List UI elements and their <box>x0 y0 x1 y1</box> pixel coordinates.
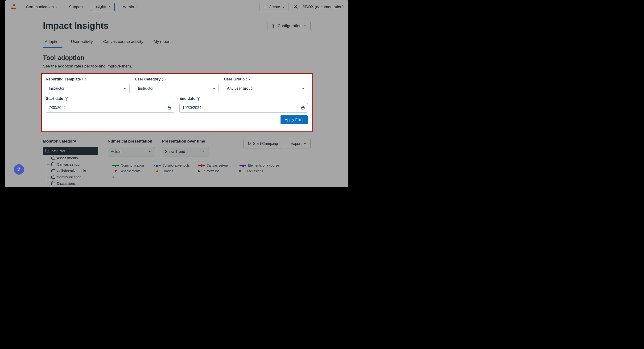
nav-admin-label: Admin <box>122 5 134 10</box>
calendar-icon <box>301 106 305 110</box>
folder-icon <box>52 169 55 172</box>
help-button[interactable]: ? <box>14 164 24 175</box>
legend-line <box>112 165 119 166</box>
tab-my-reports[interactable]: My reports <box>152 40 174 48</box>
info-icon[interactable]: i <box>162 78 166 81</box>
info-icon[interactable]: i <box>64 97 68 101</box>
logo <box>10 4 16 11</box>
tabs: Adoption User activity Canvas course act… <box>43 40 311 48</box>
legend-label: Canvas set-up <box>206 164 228 167</box>
user-category-label: User Category i <box>135 77 219 81</box>
chevron-down-icon <box>304 24 307 28</box>
reporting-template-select[interactable]: Instructor <box>46 84 130 93</box>
legend-label: Discussions <box>246 169 263 173</box>
legend-item[interactable]: ePortfolios <box>196 169 228 173</box>
info-icon[interactable]: i <box>246 78 250 81</box>
gear-icon <box>272 24 276 28</box>
legend-label: Grades <box>162 169 173 173</box>
tree-item[interactable]: Assessments <box>43 155 98 161</box>
nav-support-label: Support <box>69 5 83 10</box>
info-icon[interactable]: i <box>197 97 200 101</box>
tab-user-activity[interactable]: User activity <box>69 40 95 48</box>
nav-admin[interactable]: Admin <box>120 3 141 11</box>
folder-icon <box>52 182 55 185</box>
svg-marker-16 <box>248 143 250 145</box>
legend-line <box>240 165 246 166</box>
nav-insights-label: Insights <box>94 5 108 9</box>
apply-filter-button[interactable]: Apply Filter <box>280 115 308 124</box>
user-button[interactable] <box>293 4 298 10</box>
tree-item-label: Collaborative tools <box>57 169 86 173</box>
info-icon[interactable]: i <box>82 78 86 81</box>
org-label: SBOX (documentation) <box>302 5 344 10</box>
legend-line <box>198 165 204 166</box>
nav-insights[interactable]: Insights <box>91 3 115 11</box>
legend-item[interactable]: Canvas set-up <box>198 164 231 167</box>
legend-line <box>196 171 202 171</box>
tree-item-label: Assessments <box>57 156 78 160</box>
legend-marker <box>198 170 200 172</box>
start-date-input[interactable]: 7/30/2024 <box>46 103 174 113</box>
folder-icon <box>45 150 49 152</box>
legend-marker <box>156 165 158 167</box>
tree-item[interactable]: Canvas set-up <box>43 161 98 168</box>
start-date-label: Start date i <box>46 97 174 101</box>
chevron-down-icon <box>55 6 58 9</box>
presentation-over-time-select[interactable]: Show Trend <box>162 147 209 156</box>
top-nav: Communication Support Insights Admin <box>5 0 348 14</box>
user-group-select[interactable]: Any user group <box>224 84 308 93</box>
folder-icon <box>52 157 55 160</box>
svg-rect-12 <box>302 107 304 109</box>
calendar-icon <box>167 106 171 110</box>
start-campaign-button[interactable]: Start Campaign <box>244 139 283 148</box>
chevron-down-icon <box>212 87 216 90</box>
plus-icon <box>263 5 267 9</box>
section-title: Tool adoption <box>43 54 311 62</box>
nav-communication[interactable]: Communication <box>24 3 61 11</box>
presentation-over-time-label: Presentation over time <box>162 139 209 144</box>
legend-marker <box>239 170 241 172</box>
y-axis-tick: 5 <box>112 175 311 178</box>
legend-line <box>237 171 244 171</box>
tree-root-instructor[interactable]: Instructor <box>43 147 98 155</box>
chevron-down-icon <box>304 142 307 145</box>
nav-support[interactable]: Support <box>66 3 85 11</box>
tree-item-label: Discussions <box>57 181 76 185</box>
page-title: Impact Insights <box>43 21 109 31</box>
tree-item[interactable]: Discussions <box>43 180 98 187</box>
legend-marker <box>114 170 117 172</box>
tree-item-label: Communication <box>57 175 81 179</box>
legend-marker <box>156 170 158 172</box>
folder-icon <box>52 176 55 179</box>
user-group-label: User Group i <box>224 77 308 81</box>
end-date-label: End date i <box>180 97 308 101</box>
chevron-down-icon <box>135 6 138 9</box>
tab-adoption[interactable]: Adoption <box>43 40 62 48</box>
chevron-down-icon <box>282 6 285 9</box>
legend-item[interactable]: Elements of a course <box>240 164 279 167</box>
legend-item[interactable]: Grades <box>154 169 187 173</box>
legend-item[interactable]: Communication <box>112 164 146 167</box>
legend-item[interactable]: Discussions <box>237 169 270 173</box>
end-date-input[interactable]: 10/30/2024 <box>180 103 308 113</box>
export-button[interactable]: Export <box>287 139 311 148</box>
tree-item[interactable]: Collaborative tools <box>43 168 98 174</box>
tab-canvas-course-activity[interactable]: Canvas course activity <box>101 40 145 48</box>
create-button[interactable]: Create <box>260 3 289 11</box>
chevron-down-icon <box>148 150 152 153</box>
legend-label: Communication <box>121 164 144 167</box>
filter-panel: Reporting Template i Instructor User Cat… <box>41 73 312 132</box>
user-category-select[interactable]: Instructor <box>135 84 219 93</box>
legend-item[interactable]: Collaborative tools <box>154 164 190 167</box>
section-subtitle: See the adoption rates per tool and impr… <box>43 64 311 69</box>
tree-item-label: Canvas set-up <box>57 162 80 166</box>
legend-item[interactable]: Assessments <box>112 169 146 173</box>
configuration-button[interactable]: Configuration <box>268 21 311 31</box>
svg-rect-5 <box>168 107 171 109</box>
tree-item[interactable]: Communication <box>43 174 98 180</box>
reporting-template-label: Reporting Template i <box>46 77 130 81</box>
svg-point-4 <box>273 25 274 27</box>
legend-label: Elements of a course <box>248 164 279 167</box>
numerical-presentation-select[interactable]: Actual <box>108 147 155 156</box>
chart-legend: CommunicationCollaborative toolsCanvas s… <box>108 164 311 173</box>
